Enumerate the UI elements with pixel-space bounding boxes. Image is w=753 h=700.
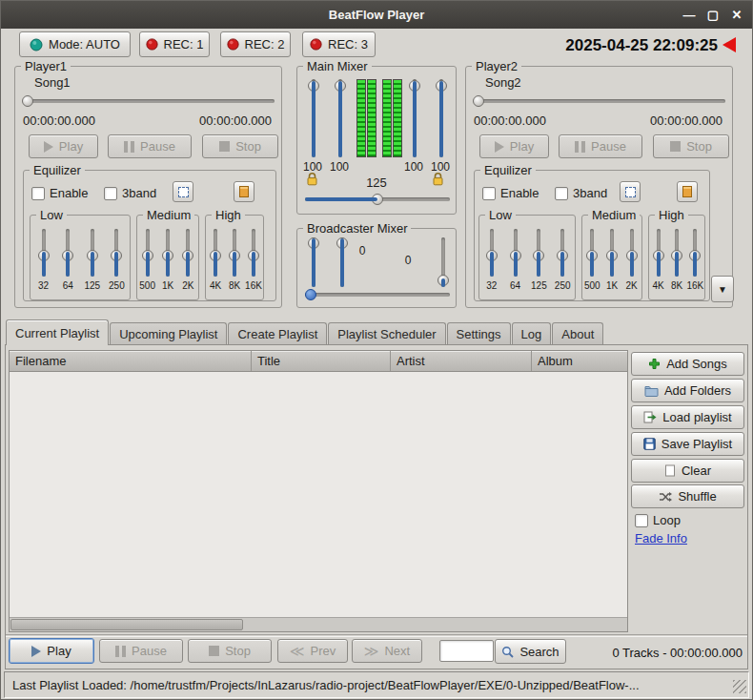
player1-pause-button[interactable]: Pause [108,134,192,158]
mixer-volume-slider-1[interactable] [307,78,320,158]
slider-knob[interactable] [689,250,701,261]
tab-create-playlist[interactable]: Create Playlist [228,322,327,344]
eq-band-slider[interactable] [605,228,619,278]
broadcaster-slider-1[interactable] [307,237,320,288]
slider-knob[interactable] [557,250,568,261]
eq-band-slider[interactable] [485,228,499,278]
eq-band-slider[interactable] [532,228,545,278]
eq-band-slider[interactable] [585,228,599,278]
balance-slider[interactable] [305,193,450,206]
eq-band-slider[interactable] [37,228,51,278]
slider-knob[interactable] [372,194,383,205]
eq-band-slider[interactable] [688,228,702,278]
mode-button[interactable]: Mode: AUTO [19,31,131,57]
column-filename[interactable]: Filename [10,351,252,371]
mixer-volume-slider-4[interactable] [435,78,448,158]
player2-play-button[interactable]: Play [479,134,549,158]
eq-band-slider[interactable] [670,228,683,278]
checkbox-box[interactable] [31,187,45,200]
slider-knob[interactable] [308,80,319,92]
search-button[interactable]: Search [495,639,566,664]
eq-band-slider[interactable] [110,228,123,278]
slider-knob[interactable] [671,250,682,261]
slider-knob[interactable] [510,250,521,261]
tab-upcoming-playlist[interactable]: Upcoming Playlist [110,322,227,344]
stop-button[interactable]: Stop [188,639,272,663]
slider-knob[interactable] [335,80,346,92]
slider-knob[interactable] [229,250,240,261]
eq-preset-button[interactable] [620,181,641,202]
slider-knob[interactable] [62,250,73,261]
slider-knob[interactable] [210,250,221,261]
tab-about[interactable]: About [552,322,603,344]
slider-knob[interactable] [142,250,153,261]
slider-knob[interactable] [626,250,638,261]
broadcaster-slider-2[interactable] [336,237,349,288]
player1-stop-button[interactable]: Stop [202,134,278,158]
slider-knob[interactable] [606,250,618,261]
add-folders-button[interactable]: Add Folders [631,379,744,402]
eq-band-slider[interactable] [556,228,569,278]
eq-band-slider[interactable] [86,228,99,278]
eq-band-slider[interactable] [209,228,222,278]
search-input[interactable] [439,640,494,662]
checkbox-box[interactable] [555,187,568,200]
loop-checkbox[interactable]: Loop [635,513,681,527]
column-album[interactable]: Album [532,351,627,371]
rec2-button[interactable]: REC: 2 [220,31,291,57]
mixer-volume-slider-2[interactable] [334,78,347,158]
player2-stop-button[interactable]: Stop [653,134,729,158]
rec3-button[interactable]: REC: 3 [302,31,376,57]
shuffle-button[interactable]: Shuffle [631,484,744,508]
save-playlist-button[interactable]: Save Playlist [631,432,744,456]
eq-band-slider[interactable] [509,228,522,278]
scrollbar-thumb[interactable] [10,619,243,630]
next-button[interactable]: ≫ Next [352,639,422,663]
slider-knob[interactable] [182,250,193,261]
eq-band-slider[interactable] [652,228,665,278]
eq-3band-checkbox[interactable]: 3band [555,186,607,200]
minimize-button[interactable]: — [682,8,697,22]
eq-3band-checkbox[interactable]: 3band [104,186,156,200]
resize-grip[interactable] [733,680,746,693]
slider-knob[interactable] [248,250,259,261]
slider-knob[interactable] [653,250,664,261]
fade-info-link[interactable]: Fade Info [635,531,687,546]
player2-pause-button[interactable]: Pause [559,134,642,158]
playlist-table[interactable]: Filename Title Artist Album [9,350,628,632]
slider-knob[interactable] [87,250,98,261]
slider-knob[interactable] [162,250,173,261]
checkbox-box[interactable] [635,514,648,527]
song-progress-slider[interactable] [474,94,725,108]
load-playlist-button[interactable]: Load playlist [631,405,744,429]
checkbox-box[interactable] [482,187,496,200]
add-songs-button[interactable]: Add Songs [631,352,744,376]
broadcaster-balance-slider[interactable] [305,288,450,301]
slider-knob[interactable] [436,80,447,92]
broadcaster-slider-3[interactable] [437,237,450,288]
slider-knob[interactable] [438,275,449,286]
eq-band-slider[interactable] [141,228,154,278]
playlist-body[interactable] [10,372,627,617]
slider-knob[interactable] [305,289,316,300]
clear-button[interactable]: Clear [631,459,744,483]
eq-save-button[interactable] [677,181,698,202]
slider-knob[interactable] [22,95,33,107]
eq-band-slider[interactable] [181,228,194,278]
checkbox-box[interactable] [104,187,117,200]
song-progress-slider[interactable] [23,94,275,108]
mixer-volume-slider-3[interactable] [408,78,421,158]
slider-knob[interactable] [486,250,498,261]
slider-knob[interactable] [111,250,122,261]
play-button[interactable]: Play [9,638,94,664]
slider-knob[interactable] [308,237,319,249]
slider-knob[interactable] [533,250,544,261]
eq-enable-checkbox[interactable]: Enable [31,186,88,200]
slider-knob[interactable] [409,80,420,92]
prev-button[interactable]: ≪ Prev [277,639,348,663]
eq-band-slider[interactable] [625,228,639,278]
eq-band-slider[interactable] [61,228,74,278]
eq-preset-button[interactable] [173,181,193,202]
player1-play-button[interactable]: Play [29,134,98,158]
rec1-button[interactable]: REC: 1 [139,31,210,57]
